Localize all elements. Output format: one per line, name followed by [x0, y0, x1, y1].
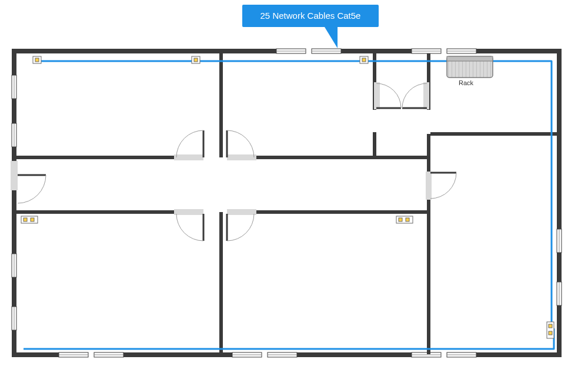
svg-rect-64 — [174, 154, 203, 160]
svg-rect-59 — [373, 156, 429, 159]
svg-rect-58 — [373, 132, 376, 157]
svg-rect-52 — [256, 156, 373, 159]
svg-rect-67 — [227, 209, 256, 215]
svg-rect-15 — [297, 352, 412, 357]
svg-rect-66 — [174, 209, 203, 215]
outlet-tl — [33, 56, 41, 63]
svg-rect-90 — [31, 218, 34, 221]
cable-callout: 25 Network Cables Cat5e — [242, 5, 379, 27]
svg-rect-96 — [549, 331, 552, 335]
svg-rect-83 — [35, 58, 39, 62]
network-cable — [24, 61, 554, 349]
svg-rect-35 — [12, 330, 16, 357]
svg-rect-55 — [219, 53, 223, 157]
svg-rect-70 — [426, 172, 432, 200]
svg-rect-69 — [423, 82, 429, 109]
network-outlets — [21, 56, 554, 338]
svg-rect-65 — [227, 154, 256, 160]
svg-rect-33 — [12, 213, 16, 254]
svg-rect-92 — [399, 218, 402, 221]
svg-rect-85 — [194, 58, 198, 62]
svg-rect-62 — [427, 200, 430, 354]
svg-rect-2 — [12, 49, 276, 53]
svg-rect-34 — [12, 277, 16, 307]
svg-rect-32 — [12, 190, 16, 213]
svg-rect-45 — [557, 253, 562, 282]
outlet-bl — [21, 216, 38, 223]
svg-rect-51 — [15, 156, 174, 159]
svg-rect-56 — [219, 212, 223, 354]
outlet-bm — [396, 216, 413, 223]
cable-callout-text: 25 Network Cables Cat5e — [260, 11, 361, 21]
svg-rect-13 — [12, 352, 59, 357]
svg-rect-95 — [549, 324, 552, 328]
outlet-br — [547, 322, 554, 338]
outer-walls — [12, 49, 562, 357]
svg-rect-3 — [341, 49, 412, 53]
svg-rect-14 — [123, 352, 232, 357]
svg-rect-29 — [12, 49, 16, 75]
svg-rect-63 — [430, 132, 557, 136]
svg-rect-44 — [557, 49, 562, 229]
svg-rect-46 — [557, 305, 562, 357]
floor-plan-diagram: 25 Network Cables Cat5e Rack — [0, 0, 588, 373]
svg-rect-16 — [476, 352, 562, 357]
rack-icon — [447, 56, 493, 78]
svg-rect-87 — [362, 58, 366, 62]
svg-rect-68 — [374, 82, 380, 109]
inner-walls — [11, 53, 557, 354]
svg-rect-4 — [476, 49, 562, 53]
svg-rect-53 — [15, 210, 174, 214]
svg-rect-81 — [447, 56, 493, 61]
svg-rect-54 — [256, 210, 429, 214]
doors — [18, 83, 456, 241]
svg-rect-93 — [406, 218, 409, 221]
floor-plan-svg — [0, 0, 588, 373]
svg-rect-89 — [24, 218, 27, 221]
svg-rect-30 — [12, 99, 16, 123]
svg-rect-71 — [11, 161, 18, 190]
rack-label: Rack — [459, 79, 473, 86]
outlet-tm1 — [192, 56, 200, 63]
outlet-tm2 — [360, 56, 368, 63]
svg-rect-61 — [427, 134, 430, 172]
